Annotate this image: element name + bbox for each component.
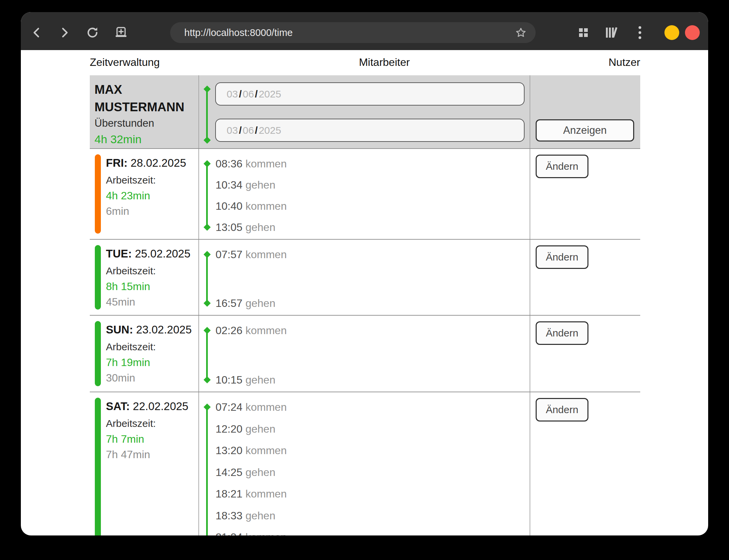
worktime-value: 7h 19min — [106, 356, 150, 369]
day-date-label: FRI: 28.02.2025 — [106, 157, 186, 169]
time-entry: 13:05 gehen — [216, 221, 275, 234]
work-period-endpoint — [203, 160, 210, 167]
worktime-label: Arbeitszeit: — [106, 174, 156, 186]
nav-zeitverwaltung[interactable]: Zeitverwaltung — [90, 55, 160, 69]
back-icon — [32, 27, 42, 38]
reload-icon — [86, 26, 99, 39]
day-status-bar — [95, 154, 101, 234]
worktime-value: 7h 7min — [106, 433, 144, 445]
day-row: SUN: 23.02.2025Arbeitszeit:7h 19min30min… — [90, 315, 640, 392]
grid-icon — [578, 27, 589, 38]
url-bar[interactable]: http://localhost:8000/time — [170, 22, 536, 43]
time-entry: 10:40 kommen — [216, 200, 287, 212]
star-icon[interactable] — [515, 27, 527, 39]
employee-name-line2: MUSTERMANN — [94, 100, 184, 114]
library-icon — [604, 26, 618, 39]
browser-window: http://localhost:8000/time — [21, 12, 708, 535]
break-or-overtime-value: 7h 47min — [106, 448, 150, 461]
close-button[interactable] — [685, 25, 700, 40]
time-entry: 10:34 gehen — [216, 179, 275, 191]
time-entry: 21:34 kommen — [216, 531, 287, 536]
date-from-year[interactable]: 2025 — [259, 88, 281, 99]
new-tab-icon — [114, 26, 128, 40]
work-period-endpoint — [203, 251, 210, 258]
anzeigen-button[interactable]: Anzeigen — [536, 119, 634, 142]
nav-mitarbeiter[interactable]: Mitarbeiter — [359, 55, 410, 69]
time-entry: 12:20 gehen — [216, 423, 275, 435]
worktime-value: 4h 23min — [106, 190, 150, 202]
work-period-line — [206, 254, 208, 303]
day-status-bar — [95, 321, 101, 386]
menu-icon — [638, 25, 642, 40]
worktime-value: 8h 15min — [106, 280, 150, 293]
work-period-line — [206, 407, 208, 535]
aendern-button[interactable]: Ändern — [536, 321, 588, 345]
day-date-label: SAT: 22.02.2025 — [106, 400, 188, 413]
time-entry: 02:26 kommen — [216, 324, 287, 337]
day-row: SAT: 22.02.2025Arbeitszeit:7h 7min7h 47m… — [90, 392, 640, 535]
new-tab-button[interactable] — [114, 25, 128, 40]
day-date-label: TUE: 25.02.2025 — [106, 247, 190, 260]
time-entry: 07:57 kommen — [216, 248, 287, 261]
day-status-bar — [95, 398, 101, 535]
reload-button[interactable] — [85, 25, 100, 40]
worktime-label: Arbeitszeit: — [106, 418, 156, 429]
overtime-label: Überstunden — [94, 117, 154, 129]
date-separator: / — [239, 125, 241, 136]
menu-button[interactable] — [632, 25, 647, 40]
aendern-button[interactable]: Ändern — [536, 245, 588, 269]
day-row: FRI: 28.02.2025Arbeitszeit:4h 23min6min0… — [90, 148, 640, 239]
worktime-label: Arbeitszeit: — [106, 341, 156, 353]
date-to-day[interactable]: 06 — [243, 125, 254, 136]
date-to-month[interactable]: 03 — [227, 125, 238, 136]
minimize-button[interactable] — [664, 25, 679, 40]
work-period-endpoint — [203, 403, 210, 410]
overtime-value: 4h 32min — [94, 133, 142, 146]
work-period-line — [206, 330, 208, 380]
date-separator: / — [239, 88, 241, 99]
url-text[interactable]: http://localhost:8000/time — [184, 22, 293, 43]
aendern-button[interactable]: Ändern — [536, 155, 588, 178]
employee-name-line1: MAX — [94, 83, 122, 97]
work-period-endpoint — [203, 376, 210, 383]
back-button[interactable] — [29, 25, 44, 40]
date-separator: / — [255, 125, 258, 136]
time-entry: 13:20 kommen — [216, 444, 287, 457]
date-from-day[interactable]: 06 — [243, 88, 254, 99]
work-period-endpoint — [203, 224, 210, 231]
date-to-year[interactable]: 2025 — [259, 125, 281, 136]
break-or-overtime-value: 30min — [106, 372, 135, 384]
time-entry: 16:57 gehen — [216, 297, 275, 310]
time-entry: 07:24 kommen — [216, 401, 287, 413]
day-row: TUE: 25.02.2025Arbeitszeit:8h 15min45min… — [90, 239, 640, 315]
screen: http://localhost:8000/time — [0, 0, 729, 560]
break-or-overtime-value: 6min — [106, 205, 129, 217]
work-period-line — [206, 164, 208, 227]
day-date-label: SUN: 23.02.2025 — [106, 323, 192, 336]
forward-icon — [60, 27, 70, 38]
aendern-button[interactable]: Ändern — [536, 398, 588, 422]
date-from-input[interactable]: 03/06/2025 — [215, 82, 525, 106]
library-button[interactable] — [604, 25, 619, 40]
worktime-label: Arbeitszeit: — [106, 265, 156, 277]
day-status-bar — [95, 245, 101, 310]
nav-nutzer[interactable]: Nutzer — [609, 55, 640, 69]
work-period-endpoint — [203, 327, 210, 334]
tab-overview-button[interactable] — [576, 25, 591, 40]
date-separator: / — [255, 88, 258, 99]
break-or-overtime-value: 45min — [106, 296, 135, 308]
work-period-endpoint — [203, 299, 210, 307]
time-entry: 18:21 kommen — [216, 488, 287, 500]
time-entry: 14:25 gehen — [216, 466, 275, 478]
date-range-line — [206, 89, 208, 140]
date-from-month[interactable]: 03 — [227, 88, 238, 99]
browser-toolbar: http://localhost:8000/time — [21, 12, 708, 50]
time-entry: 18:33 gehen — [216, 509, 275, 522]
time-entry: 08:36 kommen — [216, 158, 287, 170]
time-entry: 10:15 gehen — [216, 374, 275, 386]
date-to-input[interactable]: 03/06/2025 — [215, 119, 525, 142]
forward-button[interactable] — [57, 25, 72, 40]
